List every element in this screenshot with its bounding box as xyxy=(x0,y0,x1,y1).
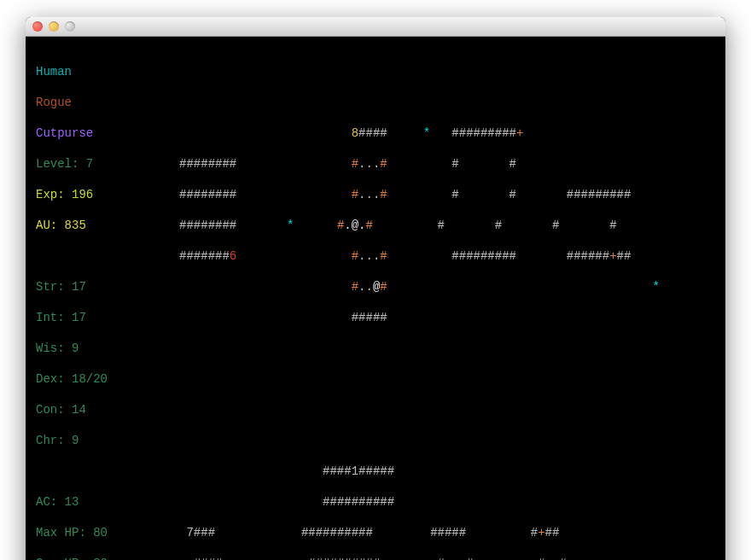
str-value: 17 xyxy=(72,280,86,294)
store-7: 7 xyxy=(186,526,193,540)
level-label: Level: xyxy=(36,157,86,171)
dex-label: Dex: xyxy=(36,372,72,386)
door-icon: + xyxy=(609,249,616,263)
maxhp-label: Max HP: xyxy=(36,526,93,540)
int-label: Int: xyxy=(36,311,72,324)
minimize-icon[interactable] xyxy=(49,21,59,32)
au-label: AU: xyxy=(36,219,65,232)
store-8: 8 xyxy=(352,126,358,140)
star-icon: * xyxy=(287,219,294,232)
class-label: Rogue xyxy=(36,96,72,109)
ac-value: 13 xyxy=(65,495,79,509)
zoom-icon[interactable] xyxy=(65,21,75,32)
wis-label: Wis: xyxy=(36,341,72,355)
level-value: 7 xyxy=(86,157,93,171)
curhp-value: 80 xyxy=(93,557,108,560)
door-icon: + xyxy=(516,126,523,140)
chr-value: 9 xyxy=(72,434,79,447)
str-label: Str: xyxy=(36,280,72,294)
wis-value: 9 xyxy=(72,341,79,355)
chr-label: Chr: xyxy=(36,434,72,447)
race-label: Human xyxy=(36,65,72,79)
au-value: 835 xyxy=(65,219,86,232)
game-screen[interactable]: Human Rogue Cutpurse 8#### * #########+ … xyxy=(26,37,725,560)
exp-value: 196 xyxy=(72,188,93,201)
star-icon: * xyxy=(423,126,430,140)
dex-value: 18/20 xyxy=(72,372,108,386)
int-value: 17 xyxy=(72,311,86,324)
con-value: 14 xyxy=(72,403,86,417)
titlebar xyxy=(26,17,725,37)
door-icon: + xyxy=(538,526,544,540)
title-label: Cutpurse xyxy=(36,126,93,140)
con-label: Con: xyxy=(36,403,72,417)
player-icon: .@. xyxy=(344,219,365,232)
store-6: 6 xyxy=(230,249,236,263)
exp-label: Exp: xyxy=(36,188,72,201)
curhp-label: Cur HP: xyxy=(36,557,93,560)
star-icon: * xyxy=(653,280,660,294)
maxhp-value: 80 xyxy=(93,526,108,540)
terminal-window: Human Rogue Cutpurse 8#### * #########+ … xyxy=(26,17,725,560)
store-1: 1 xyxy=(352,464,358,478)
close-icon[interactable] xyxy=(32,21,43,32)
ac-label: AC: xyxy=(36,495,65,509)
